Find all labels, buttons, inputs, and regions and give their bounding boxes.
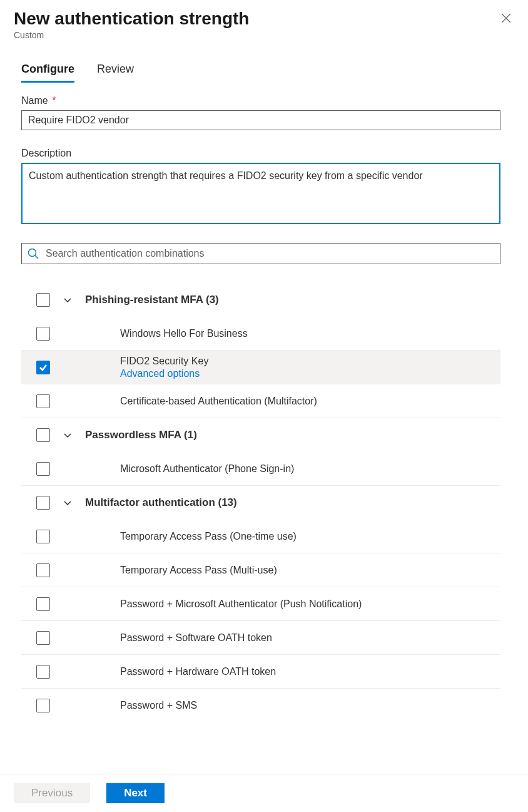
chevron-down-icon [63, 430, 73, 440]
previous-button[interactable]: Previous [14, 783, 90, 803]
item-checkbox[interactable] [36, 563, 50, 577]
item-checkbox[interactable] [36, 665, 50, 679]
checkmark-icon [39, 363, 48, 372]
required-asterisk: * [49, 95, 56, 106]
list-item[interactable]: Password + Software OATH token [21, 621, 500, 655]
item-label: Password + SMS [120, 700, 500, 711]
list-item[interactable]: Temporary Access Pass (Multi-use) [21, 553, 500, 587]
list-item[interactable]: Password + Hardware OATH token [21, 655, 500, 689]
scroll-area[interactable]: Configure Review Name * Description Cust… [0, 44, 528, 774]
panel-header: New authentication strength Custom [0, 0, 528, 44]
group-checkbox[interactable] [36, 496, 50, 510]
item-label: FIDO2 Security Key [120, 356, 500, 367]
item-label: Microsoft Authenticator (Phone Sign-in) [120, 463, 500, 475]
tab-review[interactable]: Review [97, 63, 134, 83]
item-label: Windows Hello For Business [120, 328, 500, 339]
item-label: Password + Software OATH token [120, 632, 500, 644]
list-item[interactable]: Certificate-based Authentication (Multif… [21, 384, 500, 418]
list-item[interactable]: FIDO2 Security Key Advanced options [21, 351, 500, 384]
group-checkbox[interactable] [36, 428, 50, 442]
group-checkbox[interactable] [36, 293, 50, 307]
search-input[interactable] [46, 248, 495, 259]
footer: Previous Next [0, 774, 528, 812]
tabs: Configure Review [21, 63, 518, 83]
svg-line-3 [35, 255, 38, 259]
expand-toggle[interactable] [50, 498, 85, 508]
page-subtitle: Custom [14, 30, 514, 40]
item-label: Temporary Access Pass (One-time use) [120, 531, 500, 542]
item-checkbox[interactable] [36, 394, 50, 408]
list-item[interactable]: Microsoft Authenticator (Phone Sign-in) [21, 452, 500, 486]
item-label: Certificate-based Authentication (Multif… [120, 396, 500, 407]
list-item[interactable]: Windows Hello For Business [21, 317, 500, 351]
search-row[interactable] [21, 243, 500, 264]
list-item[interactable]: Temporary Access Pass (One-time use) [21, 520, 500, 553]
item-checkbox[interactable] [36, 327, 50, 341]
name-label: Name * [21, 95, 518, 106]
name-label-text: Name [21, 95, 48, 106]
group-label: Passwordless MFA (1) [85, 429, 500, 441]
item-checkbox[interactable] [36, 361, 50, 374]
page-title: New authentication strength [14, 9, 514, 29]
item-label: Password + Hardware OATH token [120, 666, 500, 677]
search-icon [27, 247, 39, 260]
close-button[interactable] [499, 11, 513, 25]
advanced-options-link[interactable]: Advanced options [120, 368, 500, 379]
item-checkbox[interactable] [36, 462, 50, 476]
expand-toggle[interactable] [50, 295, 85, 305]
svg-point-2 [29, 249, 36, 257]
list-item[interactable]: Password + SMS [21, 689, 500, 722]
group-header: Multifactor authentication (13) [21, 486, 500, 520]
item-checkbox[interactable] [36, 530, 50, 543]
tab-configure[interactable]: Configure [21, 63, 74, 83]
item-checkbox[interactable] [36, 631, 50, 645]
description-textarea[interactable]: Custom authentication strength that requ… [21, 163, 500, 224]
next-button[interactable]: Next [106, 783, 165, 803]
group-label: Multifactor authentication (13) [85, 496, 500, 509]
item-label: Temporary Access Pass (Multi-use) [120, 565, 500, 576]
name-input[interactable] [21, 110, 500, 130]
chevron-down-icon [63, 498, 73, 508]
chevron-down-icon [63, 295, 73, 305]
combination-list: Phishing-resistant MFA (3) Windows Hello… [21, 283, 500, 722]
expand-toggle[interactable] [50, 430, 85, 440]
group-header: Phishing-resistant MFA (3) [21, 283, 500, 317]
close-icon [500, 13, 512, 24]
list-item[interactable]: Password + Microsoft Authenticator (Push… [21, 587, 500, 621]
item-checkbox[interactable] [36, 597, 50, 611]
group-label: Phishing-resistant MFA (3) [85, 294, 500, 306]
item-checkbox[interactable] [36, 699, 50, 712]
group-header: Passwordless MFA (1) [21, 418, 500, 452]
item-label: Password + Microsoft Authenticator (Push… [120, 599, 500, 610]
description-label: Description [21, 148, 518, 159]
